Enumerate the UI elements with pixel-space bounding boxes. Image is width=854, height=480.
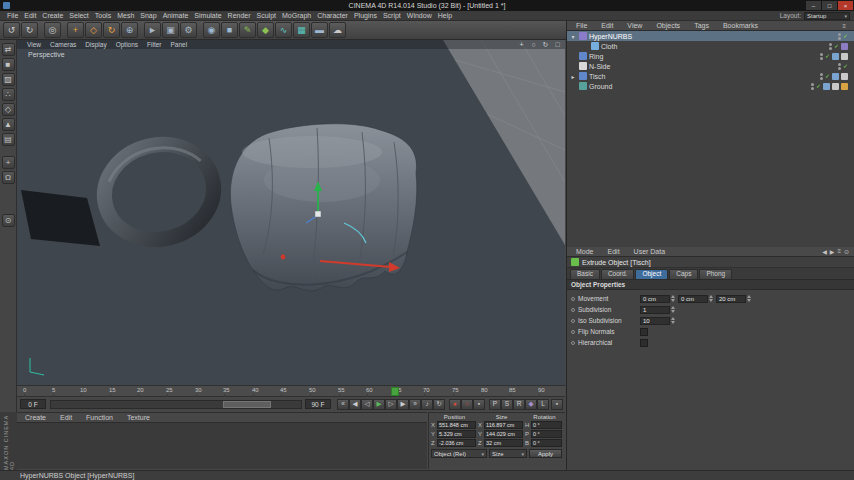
model-mode-icon[interactable]: ■: [2, 58, 15, 71]
am-menu-mode[interactable]: Mode: [573, 247, 597, 257]
floor-icon[interactable]: ▬: [311, 22, 328, 38]
menu-select[interactable]: Select: [66, 11, 91, 21]
keyframe-mode-icon[interactable]: ▪: [551, 399, 563, 410]
vp-menu-panel[interactable]: Panel: [171, 41, 188, 48]
object-row-hypernurbs[interactable]: ▾ HyperNURBS ✓: [567, 31, 854, 41]
visibility-dots[interactable]: [811, 83, 814, 90]
object-row-nside[interactable]: N-Side ✓: [567, 61, 854, 71]
sky-icon[interactable]: ☁: [329, 22, 346, 38]
record-pla-toggle[interactable]: L: [537, 399, 549, 410]
collider-tag-icon[interactable]: [832, 53, 839, 60]
phong-tag-icon[interactable]: [832, 83, 839, 90]
menu-sculpt[interactable]: Sculpt: [254, 11, 279, 21]
make-editable-icon[interactable]: ⇄: [2, 43, 15, 56]
visibility-dots[interactable]: [838, 63, 841, 70]
collider-tag-icon[interactable]: [823, 83, 830, 90]
enable-axis-icon[interactable]: +: [2, 156, 15, 169]
menu-tools[interactable]: Tools: [92, 11, 114, 21]
play-icon[interactable]: ▶: [373, 399, 385, 410]
mm-menu-create[interactable]: Create: [22, 413, 49, 423]
record-rotation-toggle[interactable]: R: [513, 399, 525, 410]
history-list-icon[interactable]: ≡: [837, 248, 841, 255]
workplane-icon[interactable]: ▤: [2, 133, 15, 146]
tab-coord[interactable]: Coord.: [601, 269, 635, 280]
section-header[interactable]: Object Properties: [567, 280, 854, 290]
enabled-check-icon[interactable]: ✓: [834, 43, 839, 49]
spinner-icon[interactable]: [671, 295, 675, 302]
enabled-check-icon[interactable]: ✓: [816, 83, 821, 89]
goto-end-icon[interactable]: »: [409, 399, 421, 410]
iso-subdivision-field[interactable]: 10: [640, 317, 670, 325]
keyframe-selection-icon[interactable]: ▪: [473, 399, 485, 410]
render-settings-icon[interactable]: ⚙: [180, 22, 197, 38]
spinner-icon[interactable]: [747, 295, 751, 302]
tab-basic[interactable]: Basic: [570, 269, 600, 280]
visibility-dots[interactable]: [838, 33, 841, 40]
position-y-field[interactable]: 5.329 cm: [437, 430, 476, 438]
collider-tag-icon[interactable]: [832, 73, 839, 80]
menu-window[interactable]: Window: [404, 11, 435, 21]
previous-key-icon[interactable]: ◀: [349, 399, 361, 410]
hierarchical-checkbox[interactable]: [640, 339, 648, 347]
cloth-object[interactable]: [230, 124, 416, 291]
cloth-tag-icon[interactable]: [841, 43, 848, 50]
position-z-field[interactable]: -2.036 cm: [437, 439, 476, 447]
history-forward-icon[interactable]: ▶: [830, 248, 835, 255]
object-row-cloth[interactable]: Cloth ✓: [567, 41, 854, 51]
enabled-check-icon[interactable]: ✓: [843, 63, 848, 69]
vp-menu-display[interactable]: Display: [85, 41, 106, 48]
mm-menu-texture[interactable]: Texture: [124, 413, 153, 423]
next-key-icon[interactable]: ▶: [397, 399, 409, 410]
vp-menu-options[interactable]: Options: [116, 41, 138, 48]
layout-select[interactable]: Startup ▾: [804, 12, 850, 20]
rotation-p-field[interactable]: 0 °: [531, 430, 562, 438]
lock-axis-icon[interactable]: ⊙: [2, 214, 15, 227]
expander-icon[interactable]: ▸: [569, 73, 577, 80]
autokey-icon[interactable]: ○: [461, 399, 473, 410]
range-start-field[interactable]: 0 F: [20, 399, 46, 409]
snap-icon[interactable]: Ω: [2, 171, 15, 184]
rotation-b-field[interactable]: 0 °: [531, 439, 562, 447]
render-picture-viewer-icon[interactable]: ▣: [162, 22, 179, 38]
spinner-icon[interactable]: [709, 295, 713, 302]
pan-view-icon[interactable]: +: [517, 40, 526, 49]
visibility-dots[interactable]: [829, 43, 832, 50]
record-position-toggle[interactable]: P: [489, 399, 501, 410]
rotate-tool-icon[interactable]: ↻: [103, 22, 120, 38]
material-manager[interactable]: Create Edit Function Texture: [17, 412, 427, 469]
om-burger-icon[interactable]: ≡: [839, 21, 849, 31]
visibility-dots[interactable]: [820, 53, 823, 60]
maximize-button[interactable]: □: [822, 1, 837, 10]
om-menu-objects[interactable]: Objects: [653, 21, 683, 31]
undo-icon[interactable]: ↺: [3, 22, 20, 38]
size-y-field[interactable]: 144.029 cm: [484, 430, 523, 438]
am-menu-edit[interactable]: Edit: [605, 247, 623, 257]
points-mode-icon[interactable]: ∴: [2, 88, 15, 101]
edges-mode-icon[interactable]: ◇: [2, 103, 15, 116]
menu-script[interactable]: Script: [380, 11, 404, 21]
object-tree[interactable]: ▾ HyperNURBS ✓ Cloth ✓: [567, 31, 854, 247]
texture-tag-icon[interactable]: [841, 83, 848, 90]
coordinate-system-icon[interactable]: ⊕: [121, 22, 138, 38]
menu-edit[interactable]: Edit: [21, 11, 39, 21]
mm-menu-edit[interactable]: Edit: [57, 413, 75, 423]
viewport-canvas[interactable]: [17, 40, 565, 385]
menu-snap[interactable]: Snap: [137, 11, 159, 21]
object-row-ring[interactable]: Ring ✓: [567, 51, 854, 61]
render-view-icon[interactable]: ►: [144, 22, 161, 38]
spinner-icon[interactable]: [671, 306, 675, 313]
keyframe-dot-icon[interactable]: [571, 319, 575, 323]
polygons-mode-icon[interactable]: ▲: [2, 118, 15, 131]
position-x-field[interactable]: 551.848 cm: [437, 421, 476, 429]
size-x-field[interactable]: 116.897 cm: [484, 421, 523, 429]
tab-object[interactable]: Object: [635, 269, 668, 280]
am-menu-userdata[interactable]: User Data: [631, 247, 669, 257]
expander-icon[interactable]: ▾: [569, 33, 577, 40]
history-back-icon[interactable]: ◀: [822, 248, 827, 255]
menu-animate[interactable]: Animate: [160, 11, 192, 21]
minimize-button[interactable]: –: [806, 1, 821, 10]
tab-phong[interactable]: Phong: [699, 269, 732, 280]
enabled-check-icon[interactable]: ✓: [843, 33, 848, 39]
hypernurbs-icon[interactable]: ◉: [203, 22, 220, 38]
om-menu-file[interactable]: File: [573, 21, 590, 31]
